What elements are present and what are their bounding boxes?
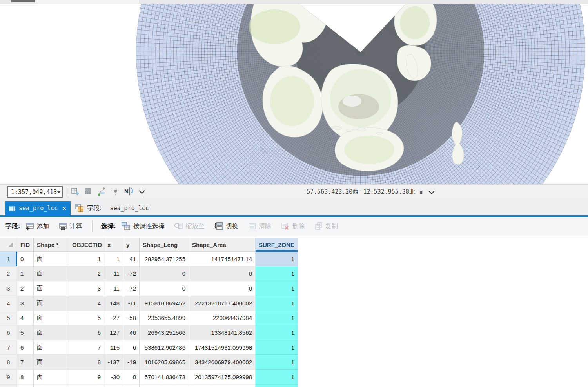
cell-surf_zone[interactable]: 1 [256, 355, 298, 370]
column-header-shape-leng[interactable]: Shape_Leng [140, 238, 189, 252]
row-handle[interactable]: 4 [0, 296, 17, 311]
cell-shape[interactable]: 面 [34, 281, 69, 296]
table-row[interactable]: 87面8-137-191016205.6986534342606979.4000… [0, 355, 302, 370]
cell-surf_zone[interactable]: 1 [256, 311, 298, 326]
column-header-shape-area[interactable]: Shape_Area [189, 238, 256, 252]
cell-y[interactable]: -58 [123, 311, 140, 326]
cell-x[interactable]: 148 [104, 296, 123, 311]
cell-fid[interactable]: 2 [17, 281, 34, 296]
cell-shape_area[interactable]: 13348141.8562 [189, 325, 256, 340]
cell-x[interactable]: -27 [104, 311, 123, 326]
tab-sea-pro-lcc[interactable]: sea_pro_lcc ✕ [5, 201, 71, 215]
snapping-icon[interactable] [111, 187, 120, 196]
cell-fid[interactable]: 0 [17, 252, 34, 267]
cell-shape[interactable]: 面 [34, 370, 69, 385]
column-header-fid[interactable]: FID [17, 238, 34, 252]
cell-shape[interactable]: 面 [34, 311, 69, 326]
table-row[interactable]: 21面2-11-72001 [0, 267, 302, 282]
cell-x[interactable]: -11 [104, 267, 123, 282]
cell-shape[interactable]: 面 [34, 252, 69, 267]
row-handle[interactable]: 8 [0, 355, 17, 370]
column-header-y[interactable]: y [123, 238, 140, 252]
cell-shape_leng[interactable]: 26943.251566 [140, 325, 189, 340]
cell-y[interactable]: -72 [123, 281, 140, 296]
map-view[interactable] [0, 4, 588, 184]
cell-shape_leng[interactable]: 282954.371255 [140, 252, 189, 267]
cell-shape[interactable]: 面 [34, 340, 69, 355]
cell-shape_leng[interactable]: 1016205.69865 [140, 355, 189, 370]
cell-shape_area[interactable]: 220064437984 [189, 311, 256, 326]
cell-objectid[interactable]: 7 [69, 340, 104, 355]
cell-surf_zone[interactable]: 1 [256, 340, 298, 355]
cell-surf_zone[interactable]: 1 [256, 252, 298, 267]
close-icon[interactable]: ✕ [62, 205, 67, 211]
coordinate-readout[interactable]: 57,563,423.20西 12,532,955.38北 m [307, 185, 435, 199]
map-scale-combobox[interactable]: 1:357,049,413 [7, 186, 63, 198]
cell-fid[interactable]: 4 [17, 311, 34, 326]
column-header-objectid[interactable]: OBJECTID [69, 238, 104, 252]
cell-shape_area[interactable]: 22213218717.400002 [189, 296, 256, 311]
row-handle[interactable]: 7 [0, 340, 17, 355]
cell-objectid[interactable]: 2 [69, 267, 104, 282]
select-all-corner[interactable] [0, 238, 17, 252]
cell-shape_area[interactable]: 20135974175.099998 [189, 370, 256, 385]
cell-shape_area[interactable]: 1417451471.14 [189, 252, 256, 267]
cell-x[interactable]: 115 [104, 340, 123, 355]
cell-x[interactable]: -30 [104, 370, 123, 385]
cell-objectid[interactable]: 4 [69, 296, 104, 311]
row-handle[interactable]: 2 [0, 267, 17, 282]
select-by-attributes-button[interactable]: 按属性选择 [122, 222, 165, 231]
cell-fid[interactable]: 1 [17, 267, 34, 282]
cell-shape_area[interactable]: 34342606979.400002 [189, 355, 256, 370]
table-row[interactable]: 54面5-27-582353655.48992200644379841 [0, 311, 302, 326]
cell-objectid[interactable]: 1 [69, 252, 104, 267]
table-row[interactable]: 10面1141282954.3712551417451471.141 [0, 252, 302, 267]
table-row[interactable]: 32面3-11-72001 [0, 281, 302, 296]
fields-indicator[interactable]: 字段: sea_pro_lcc [75, 201, 149, 215]
cell-surf_zone[interactable]: 1 [256, 296, 298, 311]
cell-objectid[interactable]: 9 [69, 370, 104, 385]
cell-objectid[interactable]: 6 [69, 325, 104, 340]
cell-shape[interactable]: 面 [34, 296, 69, 311]
cell-fid[interactable]: 8 [17, 370, 34, 385]
cell-y[interactable]: 6 [123, 340, 140, 355]
cell-shape_leng[interactable]: 0 [140, 267, 189, 282]
cell-fid[interactable]: 3 [17, 296, 34, 311]
cell-x[interactable]: 1 [104, 252, 123, 267]
cell-y[interactable]: -19 [123, 355, 140, 370]
row-handle[interactable]: 3 [0, 281, 17, 296]
table-row[interactable]: 65面61274026943.25156613348141.85621 [0, 325, 302, 340]
chevron-down-icon[interactable] [57, 191, 61, 193]
row-handle[interactable]: 6 [0, 325, 17, 340]
table-row[interactable]: 98面9-300570141.83647320135974175.0999981 [0, 370, 302, 385]
table-row[interactable]: 76面71156538612.90248617431514932.0999981 [0, 340, 302, 355]
cell-y[interactable]: 41 [123, 252, 140, 267]
north-arrow-icon[interactable]: N [124, 187, 133, 196]
cell-shape[interactable]: 面 [34, 325, 69, 340]
cell-objectid[interactable]: 3 [69, 281, 104, 296]
cell-fid[interactable]: 7 [17, 355, 34, 370]
cell-x[interactable]: -11 [104, 281, 123, 296]
cell-shape_area[interactable]: 0 [189, 281, 256, 296]
cell-objectid[interactable]: 8 [69, 355, 104, 370]
cell-shape[interactable]: 面 [34, 355, 69, 370]
cell-shape_area[interactable]: 17431514932.099998 [189, 340, 256, 355]
cell-surf_zone[interactable]: 1 [256, 370, 298, 385]
grid-icon[interactable] [84, 187, 93, 196]
cell-shape_leng[interactable]: 915810.869452 [140, 296, 189, 311]
cell-fid[interactable]: 6 [17, 340, 34, 355]
cell-shape_area[interactable]: 0 [189, 267, 256, 282]
cell-shape_leng[interactable]: 538612.902486 [140, 340, 189, 355]
cell-x[interactable]: -137 [104, 355, 123, 370]
cell-fid[interactable]: 5 [17, 325, 34, 340]
row-handle[interactable]: 9 [0, 370, 17, 385]
chevron-down-icon[interactable] [428, 189, 435, 195]
cell-surf_zone[interactable]: 1 [256, 281, 298, 296]
row-handle[interactable]: 5 [0, 311, 17, 326]
column-header-shape[interactable]: Shape * [34, 238, 69, 252]
cell-y[interactable]: -11 [123, 296, 140, 311]
cell-x[interactable]: 127 [104, 325, 123, 340]
add-field-button[interactable]: 添加 [25, 222, 49, 231]
cell-y[interactable]: -72 [123, 267, 140, 282]
cell-surf_zone[interactable]: 1 [256, 267, 298, 282]
